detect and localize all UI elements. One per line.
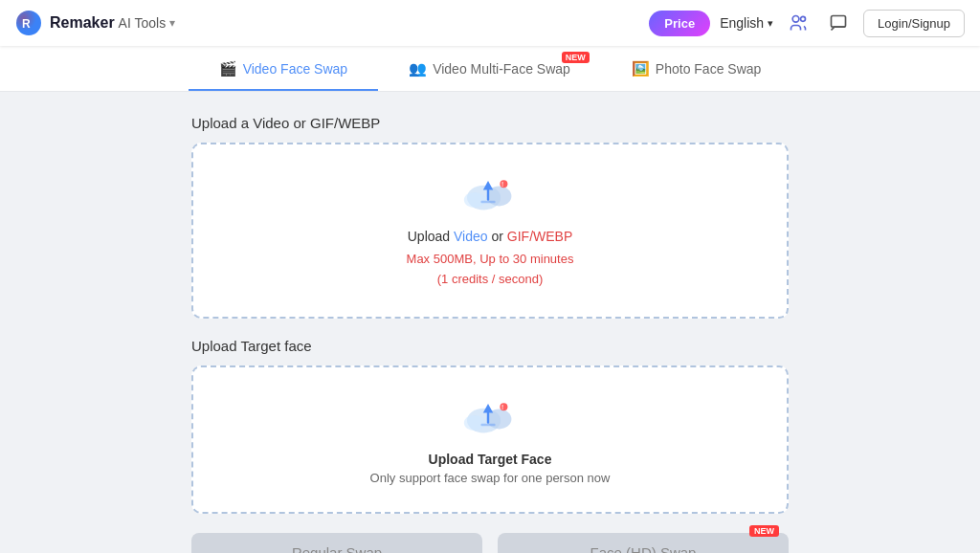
svg-marker-17 xyxy=(483,404,493,413)
community-button[interactable] xyxy=(783,8,813,38)
ai-tools-label: AI Tools xyxy=(119,15,167,31)
photo-icon: 🖼️ xyxy=(632,60,650,77)
hd-swap-button[interactable]: Face (HD) Swap NEW xyxy=(498,533,789,553)
upload-target-zone[interactable]: ! Upload Target Face Only support face s… xyxy=(191,365,789,514)
ai-tools-menu[interactable]: AI Tools ▾ xyxy=(119,15,176,31)
svg-text:R: R xyxy=(22,17,31,31)
tab-video-face-swap-label: Video Face Swap xyxy=(243,61,347,77)
tab-video-multi-face-swap-label: Video Multi-Face Swap xyxy=(433,61,570,77)
tab-navigation: 🎬 Video Face Swap 👥 Video Multi-Face Swa… xyxy=(0,46,980,92)
svg-point-3 xyxy=(801,16,806,21)
upload-video-subtext: Max 500MB, Up to 30 minutes (1 credits /… xyxy=(407,250,574,290)
upload-target-cloud-icon: ! xyxy=(459,394,521,440)
hd-new-badge: NEW xyxy=(749,525,779,537)
people-icon: 👥 xyxy=(409,60,427,77)
main-content: Upload a Video or GIF/WEBP ! Upload Vide… xyxy=(0,92,980,553)
svg-marker-9 xyxy=(483,181,493,190)
logo-text: Remaker xyxy=(50,14,115,32)
language-chevron-icon: ▾ xyxy=(768,17,773,30)
tab-video-face-swap[interactable]: 🎬 Video Face Swap xyxy=(189,46,378,91)
svg-rect-18 xyxy=(480,423,495,425)
upload-video-text: Upload Video or GIF/WEBP xyxy=(408,229,573,244)
language-selector[interactable]: English ▾ xyxy=(720,15,773,31)
remaker-logo-icon: R xyxy=(15,10,42,36)
svg-point-7 xyxy=(464,192,485,208)
tab-photo-face-swap[interactable]: 🖼️ Photo Face Swap xyxy=(601,46,792,91)
upload-video-zone[interactable]: ! Upload Video or GIF/WEBP Max 500MB, Up… xyxy=(191,143,789,319)
people-community-icon xyxy=(789,13,808,33)
regular-swap-button[interactable]: Regular Swap xyxy=(191,533,482,553)
chat-icon xyxy=(829,13,848,33)
upload-target-section: Upload Target face ! Upload Target Face … xyxy=(191,338,789,514)
hd-swap-label: Face (HD) Swap xyxy=(590,544,697,553)
svg-rect-10 xyxy=(480,201,495,203)
language-label: English xyxy=(720,15,764,31)
header-right: Price English ▾ Login/Signup xyxy=(649,8,965,38)
upload-video-section: Upload a Video or GIF/WEBP ! Upload Vide… xyxy=(191,115,789,319)
svg-point-15 xyxy=(464,415,485,431)
upload-video-label: Upload a Video or GIF/WEBP xyxy=(191,115,789,131)
upload-target-main-text: Upload Target Face xyxy=(429,452,552,467)
upload-target-label: Upload Target face xyxy=(191,338,789,354)
chevron-down-icon: ▾ xyxy=(169,16,175,30)
svg-text:!: ! xyxy=(501,404,503,410)
svg-point-2 xyxy=(792,16,799,23)
price-button[interactable]: Price xyxy=(649,11,710,36)
tab-video-multi-face-swap[interactable]: 👥 Video Multi-Face Swap NEW xyxy=(378,46,601,91)
upload-cloud-icon: ! xyxy=(459,171,521,217)
svg-text:!: ! xyxy=(501,181,503,188)
logo-area[interactable]: R Remaker xyxy=(15,10,115,36)
video-icon: 🎬 xyxy=(219,60,237,77)
login-button[interactable]: Login/Signup xyxy=(863,10,965,37)
feedback-button[interactable] xyxy=(823,8,854,38)
action-buttons: Regular Swap Face (HD) Swap NEW xyxy=(191,533,789,553)
new-badge-multi: NEW xyxy=(562,52,590,63)
tab-photo-face-swap-label: Photo Face Swap xyxy=(656,61,762,77)
svg-rect-4 xyxy=(832,16,846,28)
app-header: R Remaker AI Tools ▾ Price English ▾ Log… xyxy=(0,0,980,46)
upload-target-sub-text: Only support face swap for one person no… xyxy=(370,471,611,485)
